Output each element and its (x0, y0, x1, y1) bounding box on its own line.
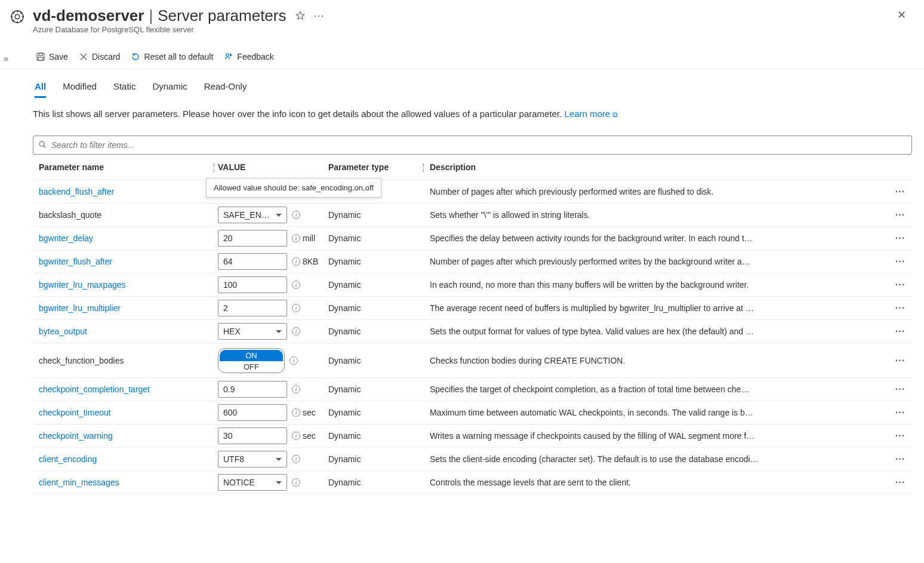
row-more-icon[interactable]: ··· (888, 430, 912, 441)
parameter-name[interactable]: checkpoint_warning (39, 431, 113, 441)
header-more-icon[interactable]: ··· (314, 6, 325, 25)
parameter-type: Dynamic (328, 384, 430, 394)
info-icon[interactable]: i (289, 356, 298, 365)
info-icon[interactable]: i (292, 281, 300, 289)
parameter-name[interactable]: checkpoint_timeout (39, 408, 111, 417)
page-subtitle: Azure Database for PostgreSQL flexible s… (33, 25, 325, 34)
row-more-icon[interactable]: ··· (888, 303, 912, 313)
value-input[interactable] (218, 300, 287, 316)
row-more-icon[interactable]: ··· (888, 186, 912, 197)
col-header-name[interactable]: Parameter name ↑↓ (39, 162, 218, 172)
row-more-icon[interactable]: ··· (888, 477, 912, 488)
server-name: vd-demoserver (33, 6, 144, 25)
row-more-icon[interactable]: ··· (888, 454, 912, 464)
value-input[interactable] (218, 381, 287, 398)
table-row: bgwriter_flush_afteri8KBDynamicNumber of… (33, 250, 912, 273)
sort-icon[interactable]: ↑↓ (422, 162, 426, 172)
value-input[interactable] (218, 276, 287, 293)
col-header-value[interactable]: VALUE (218, 162, 328, 172)
info-icon[interactable]: i (292, 385, 300, 393)
parameter-type: Dynamic (328, 280, 430, 290)
parameter-name[interactable]: bgwriter_flush_after (39, 257, 112, 266)
toggle-on[interactable]: ON (220, 350, 283, 361)
parameter-description: Sets the output format for values of typ… (430, 327, 754, 336)
search-box[interactable] (33, 136, 912, 155)
search-input[interactable] (50, 140, 911, 150)
save-label: Save (49, 52, 68, 61)
parameters-table: Parameter name ↑↓ VALUE Parameter type ↑… (33, 155, 912, 494)
learn-more-link[interactable]: Learn more ⧉ (564, 109, 618, 119)
row-more-icon[interactable]: ··· (888, 384, 912, 395)
parameter-description: Specifies the target of checkpoint compl… (430, 384, 749, 394)
row-more-icon[interactable]: ··· (888, 256, 912, 267)
parameter-description: In each round, no more than this many bu… (430, 280, 749, 290)
save-button[interactable]: Save (36, 52, 68, 61)
parameter-type: Dynamic (328, 327, 430, 336)
row-more-icon[interactable]: ··· (888, 407, 912, 418)
discard-button[interactable]: Discard (79, 52, 120, 61)
favorite-star-icon[interactable] (295, 6, 306, 25)
value-unit: sec (303, 431, 316, 441)
info-icon[interactable]: i (292, 234, 300, 242)
table-row: bgwriter_lru_multiplieriDynamicThe avera… (33, 296, 912, 319)
info-icon[interactable]: i (292, 304, 300, 312)
value-input[interactable] (218, 253, 287, 270)
tab-all[interactable]: All (35, 81, 46, 98)
parameter-type: Dynamic (328, 303, 430, 313)
row-more-icon[interactable]: ··· (888, 326, 912, 337)
feedback-button[interactable]: Feedback (224, 52, 273, 61)
sort-icon[interactable]: ↑↓ (212, 162, 216, 172)
svg-rect-3 (39, 53, 42, 56)
value-input[interactable] (218, 427, 287, 444)
value-toggle[interactable]: ONOFF (218, 348, 285, 373)
parameter-name[interactable]: client_encoding (39, 454, 97, 464)
info-icon[interactable]: i (292, 432, 300, 440)
info-icon[interactable]: i (292, 455, 300, 463)
tab-dynamic[interactable]: Dynamic (152, 81, 187, 98)
parameter-description: The average recent need of buffers is mu… (430, 303, 754, 313)
info-icon[interactable]: i (292, 408, 300, 417)
tab-static[interactable]: Static (113, 81, 136, 98)
expand-menu-icon[interactable]: » (0, 54, 8, 63)
tab-modified[interactable]: Modified (63, 81, 97, 98)
parameter-description: Number of pages after which previously p… (430, 257, 750, 266)
intro-text-body: This list shows all server parameters. P… (33, 109, 564, 119)
external-link-icon: ⧉ (612, 110, 618, 119)
tab-readonly[interactable]: Read-Only (204, 81, 247, 98)
parameter-name[interactable]: backend_flush_after (39, 187, 114, 196)
gear-icon (9, 8, 26, 25)
row-more-icon[interactable]: ··· (888, 233, 912, 244)
parameter-name[interactable]: client_min_messages (39, 478, 119, 487)
info-icon[interactable]: i (292, 327, 300, 336)
parameter-name[interactable]: bgwriter_delay (39, 233, 93, 243)
row-more-icon[interactable]: ··· (888, 279, 912, 290)
parameter-description: Checks function bodies during CREATE FUN… (430, 356, 625, 365)
value-select[interactable]: UTF8 (218, 451, 287, 467)
parameter-name[interactable]: bgwriter_lru_maxpages (39, 280, 126, 290)
value-select[interactable]: HEX (218, 323, 287, 340)
parameter-name[interactable]: checkpoint_completion_target (39, 384, 150, 394)
info-icon[interactable]: i (292, 257, 300, 266)
svg-point-5 (226, 54, 229, 56)
toolbar: Save Discard Reset all to default Feedba… (0, 45, 924, 69)
col-header-desc[interactable]: Description (430, 162, 888, 172)
svg-rect-4 (38, 57, 43, 60)
toggle-off[interactable]: OFF (218, 361, 284, 373)
parameter-name[interactable]: bgwriter_lru_multiplier (39, 303, 121, 313)
value-input[interactable] (218, 230, 287, 247)
value-select[interactable]: SAFE_EN… (218, 207, 287, 223)
parameter-description: Controls the message levels that are sen… (430, 478, 631, 487)
reset-label: Reset all to default (144, 52, 213, 61)
close-icon[interactable]: ✕ (897, 8, 906, 21)
value-select[interactable]: NOTICE (218, 474, 287, 491)
row-more-icon[interactable]: ··· (888, 355, 912, 366)
table-row: bytea_outputHEXiDynamicSets the output f… (33, 319, 912, 343)
info-icon[interactable]: i (292, 478, 300, 487)
parameter-name[interactable]: bytea_output (39, 327, 87, 336)
col-header-type[interactable]: Parameter type ↑↓ (328, 162, 430, 172)
value-input[interactable] (218, 404, 287, 421)
info-icon[interactable]: i (292, 211, 300, 219)
parameter-type: Dynamic (328, 454, 430, 464)
reset-button[interactable]: Reset all to default (131, 52, 213, 61)
row-more-icon[interactable]: ··· (888, 210, 912, 220)
